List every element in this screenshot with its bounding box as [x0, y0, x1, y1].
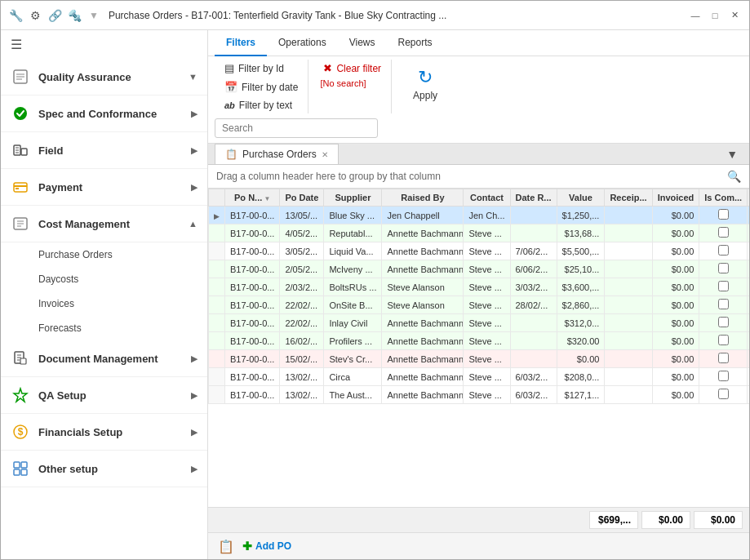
sidebar-sub-forecasts[interactable]: Forecasts: [1, 316, 207, 340]
add-po-button[interactable]: ✚ Add PO: [241, 538, 293, 554]
footer-invoiced: $0.00: [694, 511, 743, 529]
tab-label: Purchase Orders: [242, 149, 317, 160]
cell-invoiced: $0.00: [652, 260, 699, 278]
table-row[interactable]: B17-00-0...22/02/...Inlay CivilAnnette B…: [209, 314, 750, 332]
th-receip[interactable]: Receip...: [605, 189, 652, 207]
toolbar-icon-2[interactable]: ⚙: [27, 7, 43, 24]
th-contact[interactable]: Contact: [464, 189, 510, 207]
cell-receip: [605, 386, 652, 404]
table-row[interactable]: B17-00-0...16/02/...Profilers ...Annette…: [209, 332, 750, 350]
cell-is-com[interactable]: [699, 314, 748, 332]
minimize-button[interactable]: —: [687, 7, 703, 24]
sidebar-item-other[interactable]: Other setup ▶: [1, 451, 207, 487]
apply-button[interactable]: ↻ Apply: [400, 60, 450, 109]
cell-is-com[interactable]: [699, 278, 748, 296]
sub-label-forecasts: Forecasts: [38, 322, 82, 334]
cell-is-com[interactable]: [699, 368, 748, 386]
table-row[interactable]: B17-00-0...4/05/2...Reputabl...Annette B…: [209, 224, 750, 242]
maximize-button[interactable]: □: [707, 7, 723, 24]
is-com-checkbox[interactable]: [718, 245, 729, 256]
cell-is-com[interactable]: [699, 350, 748, 368]
is-com-checkbox[interactable]: [718, 335, 729, 345]
th-date-r[interactable]: Date R...: [510, 189, 557, 207]
sidebar-sub-purchase-orders[interactable]: Purchase Orders: [1, 242, 207, 267]
th-status[interactable]: Status: [748, 189, 749, 207]
cell-receip: [605, 242, 652, 260]
cell-invoiced: $0.00: [652, 296, 699, 314]
table-row[interactable]: B17-00-0...13/02/...CircaAnnette Bachman…: [209, 368, 750, 386]
is-com-checkbox[interactable]: [718, 353, 729, 363]
cell-po-num: B17-00-0...: [225, 386, 280, 404]
content-tab-purchase-orders[interactable]: 📋 Purchase Orders ✕: [215, 144, 339, 164]
cell-is-com[interactable]: [699, 386, 748, 404]
toolbar-icon-4[interactable]: 🔩: [66, 7, 82, 24]
table-row[interactable]: B17-00-0...2/05/2...McIveny ...Annette B…: [209, 260, 750, 278]
cell-is-com[interactable]: [699, 260, 748, 278]
tab-views[interactable]: Views: [338, 30, 387, 56]
sidebar-item-quality-assurance[interactable]: Quality Assurance ▼: [1, 59, 207, 96]
cell-is-com[interactable]: [699, 296, 748, 314]
table-row[interactable]: B17-00-0...22/02/...OnSite B...Steve Ala…: [209, 296, 750, 314]
tab-scroll-right[interactable]: ▼: [721, 146, 743, 162]
sidebar-label-cost: Cost Management: [38, 218, 189, 230]
data-table-wrapper[interactable]: Po N... Po Date Supplier Raised By Conta…: [208, 189, 749, 507]
sidebar-sub-daycosts[interactable]: Daycosts: [1, 267, 207, 291]
cell-is-com[interactable]: [699, 224, 748, 242]
th-po-date[interactable]: Po Date: [280, 189, 324, 207]
sidebar-item-payment[interactable]: Payment ▶: [1, 169, 207, 206]
tab-reports[interactable]: Reports: [387, 30, 444, 56]
tab-filters[interactable]: Filters: [215, 30, 267, 56]
th-invoiced[interactable]: Invoiced: [652, 189, 699, 207]
cell-is-com[interactable]: [699, 332, 748, 350]
tab-operations[interactable]: Operations: [267, 30, 338, 56]
hamburger-icon[interactable]: ☰: [11, 37, 22, 52]
th-po-num[interactable]: Po N...: [225, 189, 280, 207]
table-row[interactable]: B17-00-0...13/02/...The Aust...Annette B…: [209, 386, 750, 404]
table-row[interactable]: B17-00-0...3/05/2...Liquid Va...Annette …: [209, 242, 750, 260]
cell-raised-by: Annette Bachmann: [382, 260, 464, 278]
clear-filter-button[interactable]: ✖ Clear filter: [317, 60, 388, 77]
filter-by-text-button[interactable]: ab Filter by text: [218, 97, 304, 113]
sidebar-item-qa-setup[interactable]: QA Setup ▶: [1, 377, 207, 414]
is-com-checkbox[interactable]: [718, 317, 729, 327]
is-com-checkbox[interactable]: [718, 227, 729, 238]
th-supplier[interactable]: Supplier: [324, 189, 382, 207]
sidebar-item-fin[interactable]: $ Financials Setup ▶: [1, 414, 207, 451]
sidebar-label-spec: Spec and Conformance: [38, 108, 191, 120]
search-icon[interactable]: 🔍: [727, 170, 741, 183]
cell-is-com[interactable]: [699, 207, 748, 224]
cell-is-com[interactable]: [699, 242, 748, 260]
sidebar-item-cost[interactable]: Cost Management ▲: [1, 206, 207, 242]
close-button[interactable]: ✕: [726, 7, 743, 24]
toolbar-icon-3[interactable]: 🔗: [47, 7, 63, 24]
is-com-checkbox[interactable]: [718, 209, 729, 220]
th-is-com[interactable]: Is Com...: [699, 189, 748, 207]
right-panel: Filters Operations Views Reports ▤ Filte…: [208, 30, 749, 559]
is-com-checkbox[interactable]: [718, 389, 729, 399]
tab-close-icon[interactable]: ✕: [322, 150, 328, 159]
expand-cell: [209, 242, 225, 260]
filter-by-date-button[interactable]: 📅 Filter by date: [218, 78, 304, 96]
table-row[interactable]: B17-00-0...2/03/2...BoltsRUs ...Steve Al…: [209, 278, 750, 296]
is-com-checkbox[interactable]: [718, 263, 729, 273]
table-row[interactable]: ▶B17-00-0...13/05/...Blue Sky ...Jen Cha…: [209, 207, 750, 224]
is-com-checkbox[interactable]: [718, 281, 729, 291]
cell-supplier: Inlay Civil: [324, 314, 382, 332]
cell-date-r: [510, 332, 557, 350]
is-com-checkbox[interactable]: [718, 371, 729, 381]
search-input[interactable]: [215, 118, 378, 138]
table-row[interactable]: B17-00-0...15/02/...Stev's Cr...Annette …: [209, 350, 750, 368]
sidebar-item-doc[interactable]: Document Management ▶: [1, 340, 207, 377]
expand-cell: [209, 278, 225, 296]
sidebar-sub-invoices[interactable]: Invoices: [1, 291, 207, 316]
toolbar-icon-1[interactable]: 🔧: [7, 7, 24, 24]
cell-status: Approved: [748, 314, 749, 332]
th-value[interactable]: Value: [557, 189, 605, 207]
filter-by-id-button[interactable]: ▤ Filter by Id: [218, 60, 304, 77]
is-com-checkbox[interactable]: [718, 299, 729, 309]
sidebar-item-spec[interactable]: Spec and Conformance ▶: [1, 96, 207, 132]
sidebar-item-field[interactable]: Field ▶: [1, 132, 207, 169]
cell-supplier: BoltsRUs ...: [324, 278, 382, 296]
cell-date-r: 6/06/2...: [510, 260, 557, 278]
th-raised-by[interactable]: Raised By: [382, 189, 464, 207]
